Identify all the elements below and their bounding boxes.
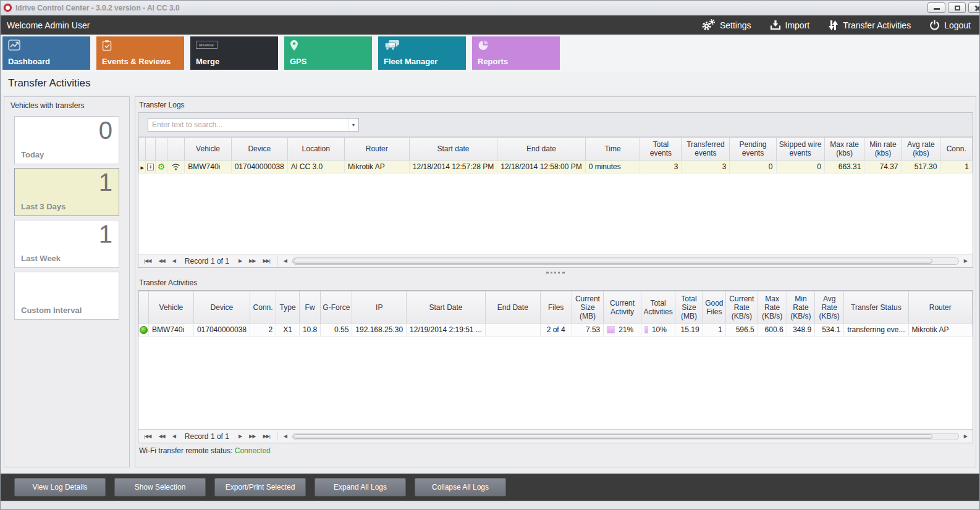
card-today[interactable]: 0 Today [14,116,119,164]
transfer-arrows-icon [828,20,838,31]
col-min-rate[interactable]: Min rate (kbs) [864,138,902,161]
col-pending-events[interactable]: Pending events [730,138,776,161]
col-conn[interactable]: Conn. [940,138,973,161]
pager-prev-group-button[interactable]: ◀◀ [155,258,167,264]
col-max-rate[interactable]: Max Rate (KB/s) [758,291,787,324]
col-type[interactable]: Type [276,291,300,324]
nav-tiles: Dashboard Events & Reviews MERGE Merge G… [1,35,979,72]
col-current-rate[interactable]: Current Rate (KB/s) [726,291,758,324]
col-current-activity[interactable]: Current Activity [604,291,641,324]
tile-events-reviews[interactable]: Events & Reviews [96,36,184,70]
hscrollbar[interactable] [292,257,959,265]
transfer-activity-row[interactable]: BMW740i 017040000038 2 X1 10.8 0.55 192.… [139,324,973,337]
col-start-date[interactable]: Start date [409,138,497,161]
transfer-activities-table-area: Vehicle Device Conn. Type Fw G-Force IP … [138,291,973,429]
close-button[interactable] [968,2,980,13]
pager-prev-button[interactable]: ◀ [169,258,179,264]
expand-row-button[interactable]: + [147,164,154,170]
card-custom-interval[interactable]: Custom Interval [14,272,119,320]
cell-max-rate: 600.6 [758,324,787,337]
export-print-selected-button[interactable]: Export/Print Selected [214,478,306,496]
col-avg-rate[interactable]: Avg Rate (KB/s) [815,291,844,324]
col-min-rate[interactable]: Min Rate (KB/s) [787,291,815,324]
pager-prev-button[interactable]: ◀ [169,433,179,439]
tile-merge[interactable]: MERGE Merge [190,36,278,70]
expand-all-logs-button[interactable]: Expand All Logs [315,478,406,496]
col-gforce[interactable]: G-Force [321,291,352,324]
tile-gps[interactable]: GPS [284,36,372,70]
transfer-log-row[interactable]: ▶ + ⚙ BMW740i 017040000 [139,161,973,173]
tile-reports[interactable]: Reports [472,36,560,70]
col-end-date[interactable]: End Date [485,291,540,324]
col-transfer-status[interactable]: Transfer Status [844,291,908,324]
hscroll-left-button[interactable]: ◀ [281,433,290,439]
col-vehicle[interactable]: Vehicle [149,291,194,324]
minimize-button[interactable] [927,2,945,13]
cell-total-size: 15.19 [675,324,703,337]
tile-dashboard[interactable]: Dashboard [2,36,90,70]
col-router[interactable]: Router [908,291,972,324]
cell-files: 2 of 4 [540,324,572,337]
col-ip[interactable]: IP [352,291,407,324]
minimize-icon [934,8,940,10]
col-good-files[interactable]: Good Files [703,291,725,324]
import-button[interactable]: Import [770,20,810,30]
col-device[interactable]: Device [231,138,287,161]
col-current-size[interactable]: Current Size (MB) [572,291,604,324]
col-fw[interactable]: Fw [299,291,320,324]
col-avg-rate[interactable]: Avg rate (kbs) [902,138,940,161]
pager-first-button[interactable]: |◀◀ [141,433,154,439]
pager-next-group-button[interactable]: ▶▶ [246,258,258,264]
pager-last-button[interactable]: ▶▶| [260,258,272,264]
col-max-rate[interactable]: Max rate (kbs) [824,138,864,161]
hscroll-right-button[interactable]: ▶ [961,258,970,264]
topbar: Welcome Admin User Settings Import [1,15,979,35]
pager-next-group-button[interactable]: ▶▶ [246,433,258,439]
col-total-events[interactable]: Total events [640,138,682,161]
card-today-count: 0 [99,117,112,144]
view-log-details-button[interactable]: View Log Details [14,478,106,496]
search-input[interactable] [148,120,348,129]
pager-next-button[interactable]: ▶ [235,433,245,439]
logout-button[interactable]: Logout [929,20,971,30]
col-location[interactable]: Location [287,138,344,161]
pager-next-button[interactable]: ▶ [235,258,245,264]
status-online-icon [140,326,148,334]
pager-last-button[interactable]: ▶▶| [260,433,272,439]
col-transferred-events[interactable]: Transferred events [682,138,730,161]
hscrollbar-thumb[interactable] [294,259,932,264]
pager-prev-group-button[interactable]: ◀◀ [155,433,167,439]
card-last-3-days[interactable]: 1 Last 3 Days [14,168,119,216]
col-files[interactable]: Files [540,291,572,324]
col-total-activities[interactable]: Total Activities [641,291,675,324]
tile-gps-label: GPS [290,57,366,66]
tile-merge-label: Merge [196,57,272,66]
col-start-date[interactable]: Start Date [407,291,486,324]
maximize-button[interactable] [948,2,966,13]
transfer-logs-table-area: Vehicle Device Location Router Start dat… [138,137,973,254]
pager-first-button[interactable]: |◀◀ [141,258,154,264]
cell-location: Al CC 3.0 [287,161,344,173]
col-conn[interactable]: Conn. [250,291,276,324]
hscrollbar[interactable] [292,433,959,440]
col-time[interactable]: Time [585,138,640,161]
col-vehicle[interactable]: Vehicle [185,138,231,161]
hscrollbar-thumb[interactable] [294,434,932,439]
status-label: Wi-Fi transfer remote status: [139,446,232,455]
col-router[interactable]: Router [344,138,409,161]
settings-button[interactable]: Settings [701,19,751,31]
col-end-date[interactable]: End date [497,138,585,161]
tile-fleet-manager[interactable]: Fleet Manager [378,36,466,70]
col-device[interactable]: Device [193,291,250,324]
show-selection-button[interactable]: Show Selection [114,478,206,496]
hscroll-left-button[interactable]: ◀ [281,258,290,264]
col-total-size[interactable]: Total Size (MB) [675,291,703,324]
cell-type: X1 [276,324,300,337]
panel-splitter[interactable] [138,268,973,277]
transfer-activities-button[interactable]: Transfer Activities [828,20,911,31]
col-skipped-wire-events[interactable]: Skipped wire events [776,138,824,161]
search-dropdown-button[interactable]: ▼ [348,119,358,131]
card-last-week[interactable]: 1 Last Week [14,220,119,268]
collapse-all-logs-button[interactable]: Collapse All Logs [415,478,506,496]
hscroll-right-button[interactable]: ▶ [961,433,970,439]
